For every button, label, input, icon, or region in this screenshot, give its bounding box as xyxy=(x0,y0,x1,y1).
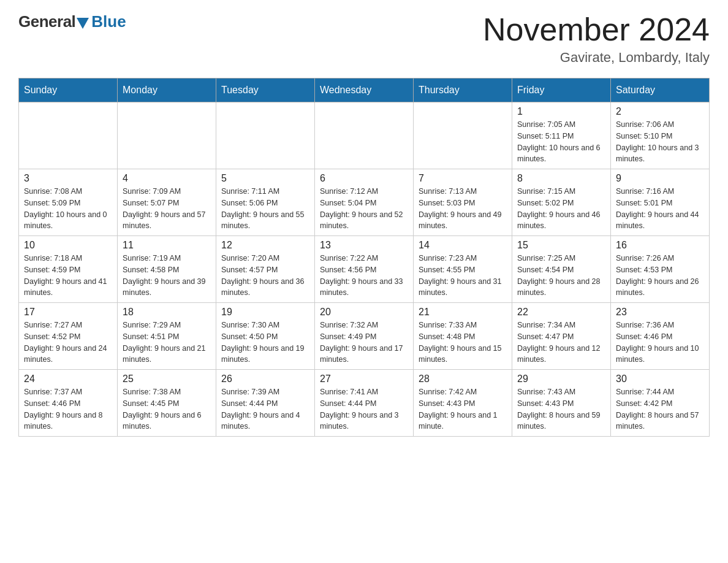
day-number: 27 xyxy=(320,373,408,385)
logo-triangle-icon xyxy=(77,18,89,29)
table-row: 6Sunrise: 7:12 AMSunset: 5:04 PMDaylight… xyxy=(315,169,414,236)
day-info: Sunrise: 7:27 AMSunset: 4:52 PMDaylight:… xyxy=(24,320,112,366)
day-number: 20 xyxy=(320,307,408,318)
table-row: 20Sunrise: 7:32 AMSunset: 4:49 PMDayligh… xyxy=(315,303,414,370)
table-row: 17Sunrise: 7:27 AMSunset: 4:52 PMDayligh… xyxy=(19,303,118,370)
day-info: Sunrise: 7:05 AMSunset: 5:11 PMDaylight:… xyxy=(517,119,605,165)
day-number: 21 xyxy=(419,307,507,318)
day-number: 17 xyxy=(24,307,112,318)
table-row: 27Sunrise: 7:41 AMSunset: 4:44 PMDayligh… xyxy=(315,370,414,437)
day-info: Sunrise: 7:44 AMSunset: 4:42 PMDaylight:… xyxy=(616,386,704,432)
header-friday: Friday xyxy=(512,79,611,102)
weekday-header-row: Sunday Monday Tuesday Wednesday Thursday… xyxy=(19,79,710,102)
table-row xyxy=(19,102,118,169)
day-info: Sunrise: 7:12 AMSunset: 5:04 PMDaylight:… xyxy=(320,186,408,232)
table-row: 8Sunrise: 7:15 AMSunset: 5:02 PMDaylight… xyxy=(512,169,611,236)
table-row: 22Sunrise: 7:34 AMSunset: 4:47 PMDayligh… xyxy=(512,303,611,370)
day-info: Sunrise: 7:22 AMSunset: 4:56 PMDaylight:… xyxy=(320,253,408,299)
logo-general-text: General xyxy=(18,12,75,31)
day-info: Sunrise: 7:38 AMSunset: 4:45 PMDaylight:… xyxy=(123,386,211,432)
day-info: Sunrise: 7:39 AMSunset: 4:44 PMDaylight:… xyxy=(221,386,309,432)
table-row: 18Sunrise: 7:29 AMSunset: 4:51 PMDayligh… xyxy=(118,303,216,370)
table-row: 1Sunrise: 7:05 AMSunset: 5:11 PMDaylight… xyxy=(512,102,611,169)
header-wednesday: Wednesday xyxy=(315,79,414,102)
day-number: 19 xyxy=(221,307,309,318)
day-info: Sunrise: 7:43 AMSunset: 4:43 PMDaylight:… xyxy=(517,386,605,432)
day-info: Sunrise: 7:15 AMSunset: 5:02 PMDaylight:… xyxy=(517,186,605,232)
day-number: 3 xyxy=(24,173,112,184)
table-row: 16Sunrise: 7:26 AMSunset: 4:53 PMDayligh… xyxy=(611,236,710,303)
table-row: 15Sunrise: 7:25 AMSunset: 4:54 PMDayligh… xyxy=(512,236,611,303)
day-info: Sunrise: 7:29 AMSunset: 4:51 PMDaylight:… xyxy=(123,320,211,366)
day-number: 2 xyxy=(616,106,704,117)
day-info: Sunrise: 7:23 AMSunset: 4:55 PMDaylight:… xyxy=(419,253,507,299)
header-thursday: Thursday xyxy=(414,79,512,102)
calendar-week-row: 3Sunrise: 7:08 AMSunset: 5:09 PMDaylight… xyxy=(19,169,710,236)
table-row: 30Sunrise: 7:44 AMSunset: 4:42 PMDayligh… xyxy=(611,370,710,437)
day-number: 15 xyxy=(517,240,605,251)
table-row: 10Sunrise: 7:18 AMSunset: 4:59 PMDayligh… xyxy=(19,236,118,303)
day-number: 9 xyxy=(616,173,704,184)
day-number: 1 xyxy=(517,106,605,117)
day-info: Sunrise: 7:16 AMSunset: 5:01 PMDaylight:… xyxy=(616,186,704,232)
day-info: Sunrise: 7:41 AMSunset: 4:44 PMDaylight:… xyxy=(320,386,408,432)
day-number: 18 xyxy=(123,307,211,318)
table-row: 9Sunrise: 7:16 AMSunset: 5:01 PMDaylight… xyxy=(611,169,710,236)
day-info: Sunrise: 7:42 AMSunset: 4:43 PMDaylight:… xyxy=(419,386,507,432)
day-number: 7 xyxy=(419,173,507,184)
day-number: 10 xyxy=(24,240,112,251)
table-row: 3Sunrise: 7:08 AMSunset: 5:09 PMDaylight… xyxy=(19,169,118,236)
day-info: Sunrise: 7:08 AMSunset: 5:09 PMDaylight:… xyxy=(24,186,112,232)
table-row: 4Sunrise: 7:09 AMSunset: 5:07 PMDaylight… xyxy=(118,169,216,236)
day-info: Sunrise: 7:11 AMSunset: 5:06 PMDaylight:… xyxy=(221,186,309,232)
location-text: Gavirate, Lombardy, Italy xyxy=(483,50,710,66)
table-row xyxy=(118,102,216,169)
table-row: 7Sunrise: 7:13 AMSunset: 5:03 PMDaylight… xyxy=(414,169,512,236)
table-row: 13Sunrise: 7:22 AMSunset: 4:56 PMDayligh… xyxy=(315,236,414,303)
day-number: 5 xyxy=(221,173,309,184)
day-info: Sunrise: 7:26 AMSunset: 4:53 PMDaylight:… xyxy=(616,253,704,299)
title-block: November 2024 Gavirate, Lombardy, Italy xyxy=(483,12,710,66)
header-saturday: Saturday xyxy=(611,79,710,102)
day-info: Sunrise: 7:33 AMSunset: 4:48 PMDaylight:… xyxy=(419,320,507,366)
month-title: November 2024 xyxy=(483,12,710,47)
day-number: 4 xyxy=(123,173,211,184)
day-info: Sunrise: 7:25 AMSunset: 4:54 PMDaylight:… xyxy=(517,253,605,299)
calendar-week-row: 24Sunrise: 7:37 AMSunset: 4:46 PMDayligh… xyxy=(19,370,710,437)
calendar-week-row: 1Sunrise: 7:05 AMSunset: 5:11 PMDaylight… xyxy=(19,102,710,169)
day-info: Sunrise: 7:32 AMSunset: 4:49 PMDaylight:… xyxy=(320,320,408,366)
page-header: General Blue November 2024 Gavirate, Lom… xyxy=(18,12,710,66)
table-row: 14Sunrise: 7:23 AMSunset: 4:55 PMDayligh… xyxy=(414,236,512,303)
day-number: 6 xyxy=(320,173,408,184)
table-row: 26Sunrise: 7:39 AMSunset: 4:44 PMDayligh… xyxy=(216,370,315,437)
day-info: Sunrise: 7:36 AMSunset: 4:46 PMDaylight:… xyxy=(616,320,704,366)
header-monday: Monday xyxy=(118,79,216,102)
table-row: 2Sunrise: 7:06 AMSunset: 5:10 PMDaylight… xyxy=(611,102,710,169)
day-number: 28 xyxy=(419,373,507,385)
day-info: Sunrise: 7:18 AMSunset: 4:59 PMDaylight:… xyxy=(24,253,112,299)
table-row: 24Sunrise: 7:37 AMSunset: 4:46 PMDayligh… xyxy=(19,370,118,437)
day-info: Sunrise: 7:19 AMSunset: 4:58 PMDaylight:… xyxy=(123,253,211,299)
logo: General Blue xyxy=(18,12,126,31)
logo-blue-text: Blue xyxy=(91,12,126,31)
day-info: Sunrise: 7:09 AMSunset: 5:07 PMDaylight:… xyxy=(123,186,211,232)
day-info: Sunrise: 7:13 AMSunset: 5:03 PMDaylight:… xyxy=(419,186,507,232)
header-sunday: Sunday xyxy=(19,79,118,102)
day-number: 26 xyxy=(221,373,309,385)
table-row: 5Sunrise: 7:11 AMSunset: 5:06 PMDaylight… xyxy=(216,169,315,236)
day-number: 8 xyxy=(517,173,605,184)
day-number: 13 xyxy=(320,240,408,251)
day-info: Sunrise: 7:37 AMSunset: 4:46 PMDaylight:… xyxy=(24,386,112,432)
day-number: 11 xyxy=(123,240,211,251)
table-row: 28Sunrise: 7:42 AMSunset: 4:43 PMDayligh… xyxy=(414,370,512,437)
table-row: 11Sunrise: 7:19 AMSunset: 4:58 PMDayligh… xyxy=(118,236,216,303)
table-row xyxy=(315,102,414,169)
table-row xyxy=(414,102,512,169)
day-number: 29 xyxy=(517,373,605,385)
day-number: 25 xyxy=(123,373,211,385)
table-row: 12Sunrise: 7:20 AMSunset: 4:57 PMDayligh… xyxy=(216,236,315,303)
day-number: 23 xyxy=(616,307,704,318)
day-info: Sunrise: 7:20 AMSunset: 4:57 PMDaylight:… xyxy=(221,253,309,299)
day-number: 16 xyxy=(616,240,704,251)
table-row: 21Sunrise: 7:33 AMSunset: 4:48 PMDayligh… xyxy=(414,303,512,370)
